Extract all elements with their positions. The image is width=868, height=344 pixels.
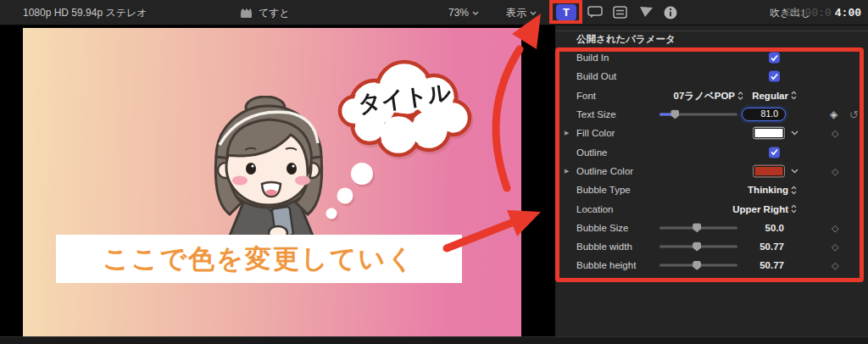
format-info: 1080p HD 59.94p ステレオ [23,0,147,25]
fcp-window: 1080p HD 59.94p ステレオ てすと 73% 表示 T 吹き出し 0… [0,0,868,344]
generator-icon[interactable] [613,6,627,22]
caption-text: ここで色を変更していく [103,241,415,277]
timeline-edge-strip [0,336,868,344]
chevron-down-icon [530,11,537,15]
speech-bubble-icon[interactable] [587,6,603,22]
viewer-toolbar: 1080p HD 59.94p ステレオ てすと 73% 表示 T 吹き出し 0… [0,0,868,25]
clapperboard-icon [241,0,252,25]
annotation-box-parameters [555,47,864,282]
published-parameters-header: 公開されたパラメータ [576,33,676,46]
thought-bubble: タイトル [324,53,493,231]
chevron-down-icon [472,11,479,15]
timecode-bright: 4:00 [835,7,861,19]
view-select[interactable]: 表示 [506,0,537,25]
annotation-box-text-tool [549,0,582,24]
caption-banner: ここで色を変更していく [56,235,462,283]
character-illustration [191,96,343,248]
view-label: 表示 [506,6,526,20]
flag-icon[interactable] [639,6,654,21]
timecode: 00:00:04:00 [785,0,861,25]
info-icon[interactable] [664,6,677,23]
timecode-dim: 00:00:0 [785,7,832,19]
zoom-value: 73% [448,7,469,19]
project-name: てすと [259,0,290,25]
video-canvas[interactable]: タイトル [23,28,521,336]
zoom-select[interactable]: 73% [448,0,479,25]
divider [555,31,868,31]
